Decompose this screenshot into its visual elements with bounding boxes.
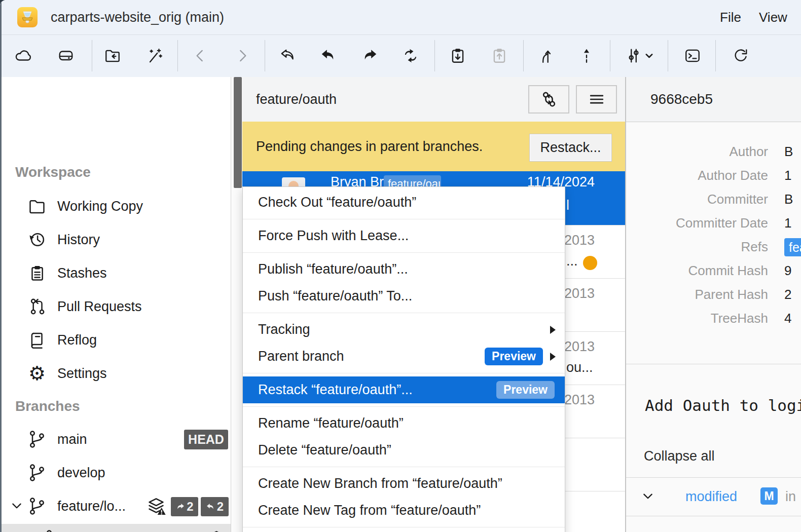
preview-badge: Preview bbox=[496, 381, 555, 399]
menu-view[interactable]: View bbox=[759, 0, 787, 34]
branch-label: main bbox=[57, 423, 87, 456]
detail-row-committer-date: Committer Date 1 bbox=[626, 211, 801, 235]
file-status-label: modified bbox=[685, 489, 737, 505]
toolbar-separator bbox=[92, 40, 92, 71]
branch-label: feature/oauth bbox=[68, 524, 149, 532]
detail-label: Commit Hash bbox=[626, 259, 768, 283]
pull-request-icon bbox=[27, 297, 47, 316]
sidebar-item-working-copy[interactable]: Working Copy bbox=[0, 189, 231, 223]
open-repo-icon[interactable] bbox=[97, 40, 128, 71]
detail-value: 1 bbox=[784, 211, 791, 235]
toolbar-separator bbox=[668, 40, 668, 71]
submenu-arrow-icon bbox=[550, 326, 556, 334]
branch-panel-header: feature/oauth bbox=[242, 77, 625, 122]
workflow-options-icon[interactable] bbox=[617, 40, 661, 71]
compare-branches-button[interactable] bbox=[528, 85, 569, 113]
commit-message-tail: l bbox=[566, 198, 569, 213]
hard-drive-icon[interactable] bbox=[50, 40, 82, 71]
menu-separator bbox=[243, 406, 565, 407]
rebase-icon[interactable] bbox=[571, 40, 602, 71]
sidebar-item-stashes[interactable]: Stashes bbox=[0, 256, 231, 290]
list-options-button[interactable] bbox=[576, 85, 617, 113]
terminal-icon[interactable] bbox=[677, 40, 708, 71]
detail-value: 2 bbox=[784, 283, 791, 307]
workspace-section-header: Workspace bbox=[15, 162, 208, 182]
branches-section-header: Branches bbox=[15, 396, 208, 416]
submenu-arrow-icon bbox=[550, 353, 556, 361]
detail-row-commit-hash: Commit Hash 9 bbox=[626, 259, 801, 283]
restack-banner: Pending changes in parent branches. Rest… bbox=[242, 122, 625, 171]
sidebar-branch-develop[interactable]: develop bbox=[0, 456, 231, 489]
restack-button[interactable]: Restack... bbox=[530, 134, 611, 161]
menu-separator bbox=[243, 219, 565, 219]
collapse-all-link[interactable]: Collapse all bbox=[644, 448, 715, 464]
behind-count-badge: 2 bbox=[201, 497, 229, 516]
sidebar-branch-main[interactable]: main HEAD bbox=[0, 423, 231, 456]
detail-label: Author bbox=[626, 140, 768, 164]
stack-warning-icon bbox=[206, 530, 227, 532]
ref-chip[interactable]: feature bbox=[784, 238, 801, 256]
menu-item-rename[interactable]: Rename “feature/oauth” bbox=[243, 410, 565, 437]
sidebar-item-reflog[interactable]: Reflog bbox=[0, 323, 231, 357]
menu-item-delete[interactable]: Delete “feature/oauth” bbox=[243, 437, 565, 464]
sidebar-item-history[interactable]: History bbox=[0, 223, 231, 256]
menu-separator bbox=[243, 467, 565, 467]
redo-icon[interactable] bbox=[354, 40, 385, 71]
refresh-icon[interactable] bbox=[725, 40, 756, 71]
sidebar-item-label: Settings bbox=[57, 357, 107, 390]
menu-separator bbox=[243, 373, 565, 373]
sidebar-branch-feature-oauth[interactable]: feature/oauth bbox=[0, 524, 231, 532]
menu-item-tracking[interactable]: Tracking bbox=[243, 316, 565, 343]
menu-file[interactable]: File bbox=[720, 0, 741, 34]
scrollbar-thumb[interactable] bbox=[234, 77, 242, 188]
toolbar-separator bbox=[177, 40, 178, 71]
detail-value: B bbox=[784, 140, 793, 164]
merge-icon[interactable] bbox=[530, 40, 562, 71]
detail-label: Author Date bbox=[626, 164, 768, 187]
menu-item-create-tag[interactable]: Create New Tag from “feature/oauth” bbox=[243, 497, 565, 524]
toolbar-separator bbox=[434, 40, 435, 71]
cloud-icon[interactable] bbox=[7, 40, 39, 71]
sidebar-branch-feature-lo[interactable]: feature/lo... 2 2 bbox=[0, 489, 231, 523]
chevron-down-icon[interactable] bbox=[10, 501, 23, 513]
window-title: carparts-website_orig (main) bbox=[51, 0, 224, 34]
checkout-arrow-icon[interactable] bbox=[272, 40, 303, 71]
stash-pop-icon[interactable] bbox=[484, 40, 515, 71]
detail-label: TreeHash bbox=[626, 307, 768, 330]
reflog-book-icon bbox=[27, 330, 47, 350]
app-window: carparts-website_orig (main) File View bbox=[0, 0, 801, 532]
branch-icon bbox=[27, 497, 47, 516]
sidebar-item-pull-requests[interactable]: Pull Requests bbox=[0, 290, 231, 323]
sidebar-item-settings[interactable]: ⚙ Settings bbox=[0, 357, 231, 390]
commit-list-scrollbar[interactable] bbox=[231, 77, 242, 532]
nav-back-icon[interactable] bbox=[185, 40, 216, 71]
menu-item-publish[interactable]: Publish “feature/oauth”... bbox=[243, 256, 565, 283]
ahead-count: 2 bbox=[187, 500, 193, 514]
file-row[interactable]: modified M in bbox=[626, 477, 801, 516]
menu-item-force-push[interactable]: Force Push with Lease... bbox=[243, 222, 565, 249]
detail-label: Refs bbox=[626, 235, 768, 259]
menu-item-checkout[interactable]: Check Out “feature/oauth” bbox=[243, 189, 565, 216]
branch-context-menu: Check Out “feature/oauth” Force Push wit… bbox=[242, 186, 565, 532]
branch-title: feature/oauth bbox=[256, 77, 337, 122]
menu-item-restack[interactable]: Restack “feature/oauth”... Preview bbox=[243, 376, 565, 403]
divider bbox=[626, 516, 801, 516]
stash-save-icon[interactable] bbox=[442, 40, 474, 71]
detail-value: 9 bbox=[784, 259, 791, 283]
detail-row-committer: Committer B bbox=[626, 187, 801, 211]
nav-forward-icon[interactable] bbox=[227, 40, 258, 71]
sync-icon[interactable] bbox=[395, 40, 426, 71]
menu-item-create-branch[interactable]: Create New Branch from “feature/oauth” bbox=[243, 470, 565, 497]
toolbar-separator bbox=[265, 40, 265, 71]
menu-item-push-to[interactable]: Push “feature/oauth” To... bbox=[243, 283, 565, 310]
magic-wand-icon[interactable] bbox=[139, 40, 170, 71]
sidebar-item-label: Pull Requests bbox=[57, 290, 142, 323]
detail-row-author-date: Author Date 1 bbox=[626, 164, 801, 187]
head-badge: HEAD bbox=[184, 430, 228, 449]
chevron-down-icon[interactable] bbox=[641, 491, 654, 504]
app-icon bbox=[17, 7, 38, 27]
menu-item-parent-branch[interactable]: Parent branch Preview bbox=[243, 343, 565, 370]
undo-icon[interactable] bbox=[313, 40, 344, 71]
detail-row-author: Author B bbox=[626, 140, 801, 164]
sidebar-item-label: Reflog bbox=[57, 323, 97, 357]
